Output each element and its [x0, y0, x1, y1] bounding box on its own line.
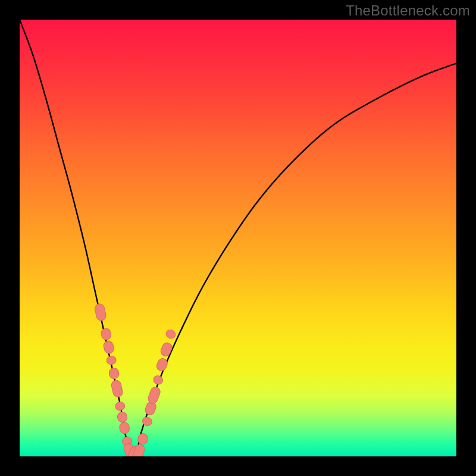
chart-marker — [159, 341, 174, 357]
svg-rect-16 — [147, 386, 162, 405]
svg-rect-19 — [159, 341, 174, 357]
chart-marker — [119, 422, 130, 435]
svg-rect-7 — [117, 411, 127, 422]
chart-marker — [108, 367, 120, 380]
chart-marker — [155, 357, 169, 372]
chart-marker — [152, 374, 164, 386]
chart-plot-area — [20, 20, 456, 456]
chart-frame: TheBottleneck.com — [0, 0, 476, 476]
svg-rect-5 — [111, 380, 124, 398]
chart-marker — [94, 303, 107, 321]
chart-marker — [103, 340, 115, 355]
chart-marker — [115, 401, 126, 411]
chart-curve-line — [20, 20, 456, 456]
svg-rect-8 — [119, 422, 130, 435]
svg-rect-4 — [108, 367, 120, 380]
chart-marker — [111, 380, 124, 398]
svg-rect-2 — [103, 340, 115, 355]
chart-svg — [20, 20, 456, 456]
chart-marker — [100, 327, 112, 340]
svg-rect-6 — [115, 401, 126, 411]
chart-marker — [165, 328, 177, 340]
svg-rect-1 — [100, 327, 112, 340]
watermark-text: TheBottleneck.com — [346, 2, 470, 19]
svg-rect-0 — [94, 303, 107, 321]
chart-marker — [106, 355, 117, 365]
svg-rect-3 — [106, 355, 117, 365]
chart-marker — [117, 411, 127, 422]
svg-rect-20 — [165, 328, 177, 340]
chart-markers-group — [94, 303, 177, 456]
chart-marker — [147, 386, 162, 405]
svg-rect-18 — [155, 357, 169, 372]
svg-rect-17 — [152, 374, 164, 386]
